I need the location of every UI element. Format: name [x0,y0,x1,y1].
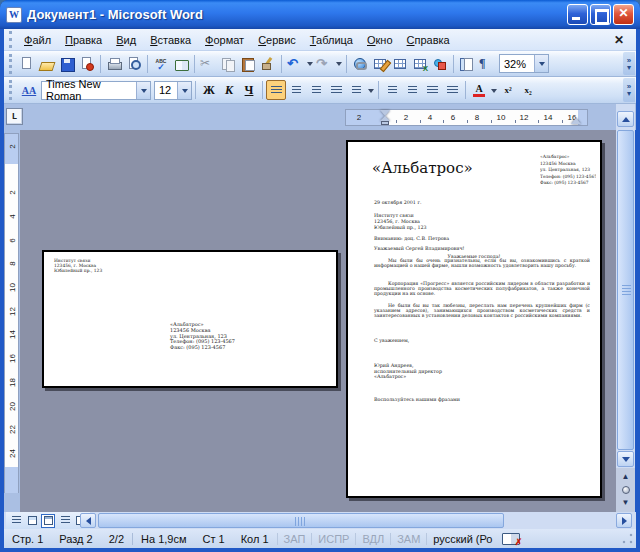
resize-grip[interactable] [621,532,634,545]
styles-formatting-button[interactable]: АА [17,80,41,100]
undo-dropdown[interactable] [305,54,314,74]
minimize-button[interactable] [567,4,588,25]
toolbar-drag-handle[interactable] [9,80,14,101]
align-right-button[interactable] [306,80,326,100]
new-document-button[interactable] [17,54,37,74]
scroll-down-button[interactable] [617,451,634,467]
horizontal-ruler[interactable]: 2 2 4 6 8 10 12 14 16 [345,109,588,126]
insert-table-button[interactable] [390,54,410,74]
font-color-dropdown[interactable] [489,80,498,100]
drawing-button[interactable] [430,54,450,74]
title-bar[interactable]: W Документ1 - Microsoft Word [0,0,640,29]
menu-window[interactable]: Окно [360,32,400,48]
close-button[interactable] [613,4,634,25]
toolbar-options-button[interactable] [623,78,635,102]
italic-button[interactable]: К [219,80,239,100]
vertical-ruler-band: 2 2 4 6 8 10 12 14 16 18 20 22 24 [4,130,20,512]
decrease-indent-button[interactable] [422,80,442,100]
normal-view-button[interactable] [9,514,23,528]
right-indent-marker[interactable] [571,113,581,124]
format-painter-button[interactable] [258,54,278,74]
subscript-button[interactable]: х₂ [518,80,538,100]
menu-format[interactable]: Формат [198,32,251,48]
status-toggle-track-changes[interactable]: ИСПР [311,533,355,545]
toolbar-options-button[interactable] [623,52,635,75]
bold-button[interactable]: Ж [199,80,219,100]
menu-table[interactable]: Таблица [303,32,360,48]
left-indent-marker[interactable] [381,121,389,125]
align-center-button[interactable] [286,80,306,100]
copy-button[interactable] [218,54,238,74]
numbered-list-button[interactable] [382,80,402,100]
zoom-combo[interactable]: 32% [499,54,549,73]
document-area[interactable]: Институт связи 123456, г. Москва Юбилейн… [20,130,616,512]
menu-drag-handle[interactable] [9,31,14,48]
maximize-button[interactable] [590,4,611,25]
superscript-button[interactable]: х² [498,80,518,100]
show-hide-button[interactable]: ¶ [477,54,497,74]
status-toggle-overtype[interactable]: ЗАМ [390,533,426,545]
brush-icon [260,56,276,72]
zoom-dropdown-icon[interactable] [534,55,548,72]
paste-button[interactable] [238,54,258,74]
redo-button[interactable] [314,54,334,74]
increase-indent-button[interactable] [442,80,462,100]
toolbar-drag-handle[interactable] [9,54,14,74]
horizontal-scroll-thumb[interactable] [98,513,504,528]
menu-tools[interactable]: Сервис [251,32,303,48]
envelope-page[interactable]: Институт связи 123456, г. Москва Юбилейн… [42,250,338,388]
status-toggle-extend[interactable]: ВДЛ [355,533,390,545]
font-color-button[interactable]: А [469,80,489,100]
bullet-list-button[interactable] [402,80,422,100]
next-page-button[interactable]: ▼ [622,499,630,507]
line-spacing-button[interactable] [346,80,366,100]
line-spacing-dropdown[interactable] [366,80,375,100]
letter-page[interactable]: «Альбатрос» «Альбатрос» 123456 Москва ул… [346,140,602,498]
print-button[interactable] [104,54,124,74]
save-button[interactable] [57,54,77,74]
font-size-combo[interactable]: 12 [154,81,192,100]
scroll-left-button[interactable] [80,513,96,528]
insert-hyperlink-button[interactable] [350,54,370,74]
spelling-button[interactable]: ABC [151,54,171,74]
vertical-scrollbar[interactable]: ▲ ▼ [616,104,635,512]
web-layout-view-button[interactable] [25,514,39,528]
justify-button[interactable] [326,80,346,100]
font-dropdown-icon[interactable] [136,82,150,99]
print-preview-button[interactable] [124,54,144,74]
tables-and-borders-button[interactable] [370,54,390,74]
insert-excel-button[interactable] [410,54,430,74]
ruler-number: 2 [8,188,17,198]
menu-file[interactable]: Файл [17,32,58,48]
underline-button[interactable]: Ч [239,80,259,100]
size-dropdown-icon[interactable] [177,82,191,99]
research-button[interactable] [171,54,191,74]
open-button[interactable] [37,54,57,74]
menu-edit[interactable]: Правка [58,32,109,48]
scroll-right-button[interactable] [616,513,632,528]
align-left-button[interactable] [266,80,286,100]
menu-view[interactable]: Вид [109,32,143,48]
permission-button[interactable] [77,54,97,74]
menu-insert[interactable]: Вставка [143,32,198,48]
tab-selector-button[interactable]: L [6,108,23,125]
undo-button[interactable] [285,54,305,74]
print-layout-view-button[interactable] [41,514,55,528]
redo-dropdown[interactable] [334,54,343,74]
font-name-combo[interactable]: Times New Roman [41,81,151,100]
outline-view-button[interactable] [57,514,71,528]
menu-help[interactable]: Справка [400,32,457,48]
research-book-icon [173,56,189,72]
vertical-scroll-thumb[interactable] [617,130,634,450]
cut-button[interactable] [198,54,218,74]
document-map-button[interactable] [457,54,477,74]
hanging-indent-marker[interactable] [380,111,390,121]
status-toggle-record[interactable]: ЗАП [277,533,312,545]
previous-page-button[interactable]: ▲ [622,473,630,481]
spelling-status-icon[interactable] [502,532,520,545]
close-document-icon[interactable]: ✕ [610,33,628,47]
status-language[interactable]: русский (Ро [426,533,496,545]
select-browse-object-button[interactable] [622,486,630,494]
scroll-up-button[interactable] [617,111,634,127]
vertical-ruler[interactable]: 2 2 4 6 8 10 12 14 16 18 20 22 24 [4,133,19,493]
